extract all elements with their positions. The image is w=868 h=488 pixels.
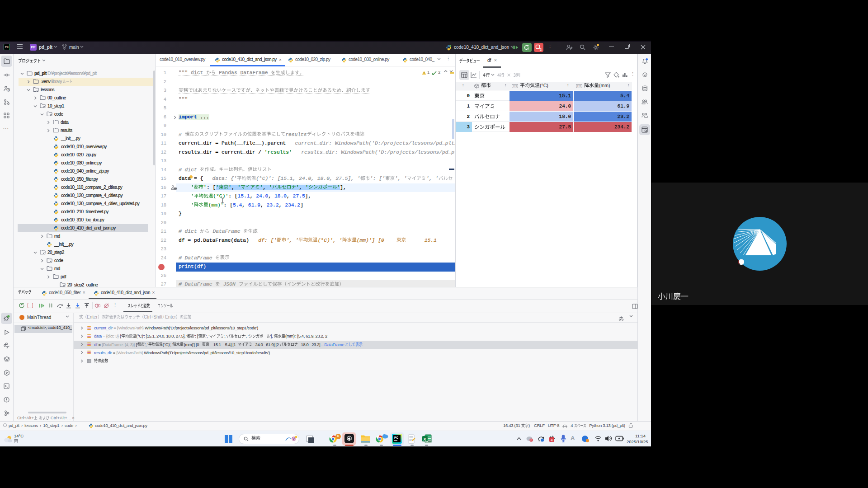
- svg-text:123: 123: [513, 85, 518, 88]
- svg-text:?: ?: [8, 89, 9, 91]
- svg-text:4: 4: [551, 438, 553, 442]
- svg-text:123: 123: [577, 85, 582, 88]
- svg-text:PC: PC: [394, 436, 398, 439]
- svg-text:X: X: [424, 437, 426, 441]
